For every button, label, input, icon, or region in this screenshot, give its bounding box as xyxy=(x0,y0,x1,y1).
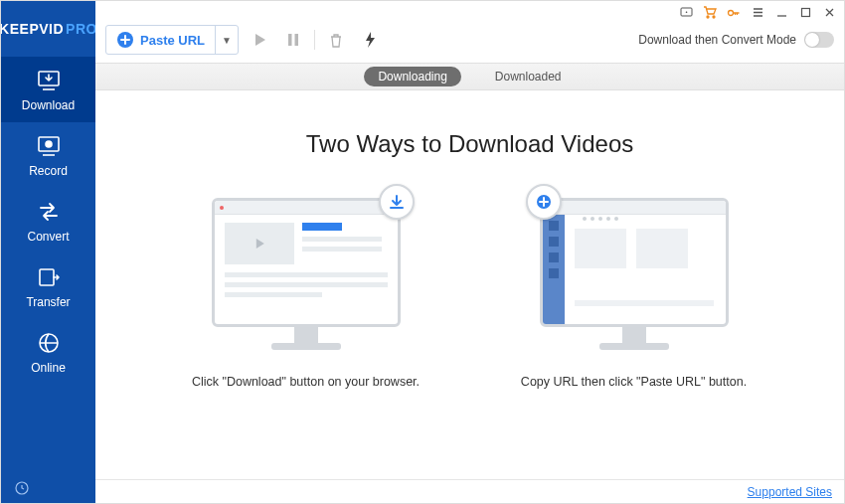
toolbar-separator xyxy=(314,30,315,50)
convert-icon xyxy=(35,200,63,224)
sidebar-item-download[interactable]: Download xyxy=(1,57,95,122)
supported-sites-link[interactable]: Supported Sites xyxy=(748,485,832,499)
clock-icon[interactable] xyxy=(15,481,29,495)
sidebar-footer xyxy=(1,473,95,503)
sidebar-item-label: Online xyxy=(31,361,66,375)
svg-text:•: • xyxy=(685,9,687,15)
sidebar-item-label: Record xyxy=(29,164,68,178)
mode-toggle[interactable] xyxy=(804,32,834,48)
cart-icon[interactable] xyxy=(703,5,717,19)
tabs: Downloading Downloaded xyxy=(95,63,844,90)
method-caption: Copy URL then click "Paste URL" button. xyxy=(521,374,747,392)
sidebar-item-transfer[interactable]: Transfer xyxy=(1,253,95,319)
method-browser-download: Click "Download" button on your browser. xyxy=(187,198,425,392)
message-icon[interactable]: • xyxy=(679,5,693,19)
maximize-icon[interactable] xyxy=(798,5,812,19)
minimize-icon[interactable] xyxy=(774,5,788,19)
svg-point-10 xyxy=(729,10,734,15)
sidebar-item-record[interactable]: Record xyxy=(1,122,95,188)
sidebar-item-online[interactable]: Online xyxy=(1,319,95,385)
main-area: • Paste URL ▼ Download then Convert xyxy=(95,1,844,503)
svg-point-8 xyxy=(707,16,709,18)
method-paste-url: Copy URL then click "Paste URL" button. xyxy=(515,198,754,392)
logo-text-1: KEEPVID xyxy=(0,21,64,37)
footer: Supported Sites xyxy=(95,479,844,503)
transfer-icon xyxy=(35,265,63,289)
pause-icon[interactable] xyxy=(280,27,306,53)
svg-point-9 xyxy=(713,16,715,18)
download-badge-icon xyxy=(379,184,415,220)
titlebar: • xyxy=(95,1,844,23)
method-caption: Click "Download" button on your browser. xyxy=(192,374,420,392)
headline: Two Ways to Download Videos xyxy=(306,130,634,158)
svg-rect-14 xyxy=(295,34,299,46)
online-icon xyxy=(35,331,63,355)
mode-label: Download then Convert Mode xyxy=(638,33,796,47)
svg-rect-11 xyxy=(801,8,809,16)
download-icon xyxy=(35,69,63,92)
sidebar-item-label: Transfer xyxy=(26,295,70,309)
content: Two Ways to Download Videos xyxy=(95,90,844,479)
sidebar: KEEPVID PRO Download Record Convert xyxy=(1,1,95,503)
logo-text-2: PRO xyxy=(66,21,97,37)
menu-icon[interactable] xyxy=(751,5,764,19)
paste-url-button[interactable]: Paste URL ▼ xyxy=(105,25,239,55)
svg-rect-3 xyxy=(40,269,54,285)
monitor-illustration-2 xyxy=(540,198,729,327)
paste-url-label: Paste URL xyxy=(140,33,205,48)
sidebar-item-label: Download xyxy=(22,98,75,112)
svg-rect-13 xyxy=(288,34,292,46)
play-icon[interactable] xyxy=(247,27,272,53)
monitor-illustration-1 xyxy=(212,198,401,327)
paste-url-dropdown[interactable]: ▼ xyxy=(216,26,238,54)
tab-downloading[interactable]: Downloading xyxy=(364,67,460,86)
record-icon xyxy=(35,134,63,158)
trash-icon[interactable] xyxy=(323,27,349,53)
sidebar-item-label: Convert xyxy=(27,230,69,244)
toolbar: Paste URL ▼ Download then Convert Mode xyxy=(95,23,844,57)
sidebar-item-convert[interactable]: Convert xyxy=(1,188,95,253)
plus-badge-icon xyxy=(526,184,562,220)
tab-downloaded[interactable]: Downloaded xyxy=(481,67,576,86)
plus-icon xyxy=(116,31,134,49)
app-logo: KEEPVID PRO xyxy=(1,1,95,57)
key-icon[interactable] xyxy=(727,5,741,19)
svg-point-2 xyxy=(46,141,52,147)
close-icon[interactable] xyxy=(822,5,836,19)
flash-icon[interactable] xyxy=(357,27,383,53)
